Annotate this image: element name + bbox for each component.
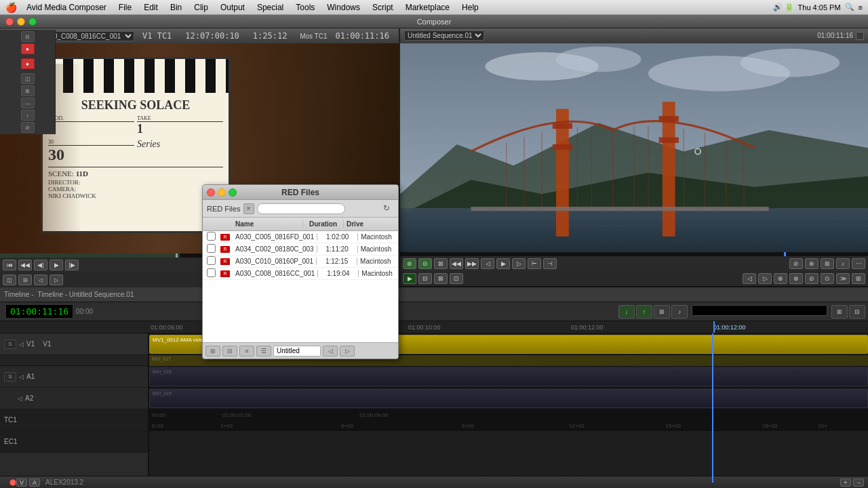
- tl-grid[interactable]: ⊞: [831, 305, 848, 319]
- dialog-name-input[interactable]: [273, 346, 321, 357]
- record-mark[interactable]: ⊢: [528, 258, 541, 269]
- rec-ctrl-7[interactable]: ⊕: [774, 273, 787, 284]
- source-jog-l[interactable]: ◫: [3, 274, 16, 285]
- file-checkbox-0[interactable]: [207, 232, 216, 241]
- source-play[interactable]: ▶: [50, 260, 63, 270]
- record-overwrite[interactable]: ⊠: [434, 258, 448, 269]
- sidebar-btn-4[interactable]: ⊞: [21, 85, 35, 96]
- sidebar-btn-6[interactable]: ↕: [21, 110, 35, 121]
- file-checkbox-3[interactable]: [207, 268, 216, 277]
- rec-ctrl-11[interactable]: ≫: [836, 273, 850, 284]
- timeline-timecode[interactable]: 01:00:11:16: [5, 304, 73, 319]
- rec-ctrl-2[interactable]: ⊟: [418, 273, 432, 284]
- rec-ctrl-3[interactable]: ⊠: [434, 273, 448, 284]
- table-row[interactable]: R A030_C008_0816CC_001 1:19:04 Macintosh: [203, 268, 398, 280]
- table-row[interactable]: R A034_C002_08180C_003 1:11:20 Macintosh: [203, 243, 398, 256]
- record-scrubber[interactable]: [400, 252, 868, 256]
- table-row[interactable]: R A030_C010_08160P_001 1:12:15 Macintosh: [203, 256, 398, 268]
- dialog-arrow-left[interactable]: ◁: [323, 346, 338, 357]
- record-step-fwd[interactable]: ▷: [512, 258, 526, 269]
- sidebar-btn-1[interactable]: ⊟: [21, 31, 35, 42]
- dialog-grid-view[interactable]: ⊞: [205, 346, 220, 357]
- source-step-back2[interactable]: ◀|: [34, 260, 47, 270]
- rec-ctrl-9[interactable]: ⊘: [805, 273, 818, 284]
- record-step-back[interactable]: ◁: [481, 258, 494, 269]
- status-btn-2[interactable]: A: [29, 479, 40, 487]
- table-row[interactable]: R A030_C005_0816FD_001 1:02:00 Macintosh: [203, 231, 398, 243]
- record-more[interactable]: ⋯: [852, 258, 865, 269]
- rec-ctrl-1[interactable]: ▶: [403, 273, 416, 284]
- menu-bin[interactable]: Bin: [165, 1, 187, 14]
- record-splice-out[interactable]: ⊖: [418, 258, 432, 269]
- rec-ctrl-6[interactable]: ▷: [758, 273, 772, 284]
- status-scroll[interactable]: →: [853, 479, 864, 487]
- a1-sync-btn[interactable]: S: [4, 372, 16, 382]
- record-rew[interactable]: ◀◀: [450, 258, 463, 269]
- record-mark2[interactable]: ⊣: [543, 258, 557, 269]
- menu-script[interactable]: Script: [367, 1, 399, 14]
- record-splice-in[interactable]: ⊕: [403, 258, 416, 269]
- rec-ctrl-5[interactable]: ◁: [743, 273, 756, 284]
- menu-clip[interactable]: Clip: [189, 1, 214, 14]
- tl-vol[interactable]: ♪: [671, 305, 688, 319]
- menu-marketplace[interactable]: Marketplace: [400, 1, 455, 14]
- record-sequence-select[interactable]: Untitled Sequence.01: [404, 30, 484, 41]
- rec-ctrl-12[interactable]: ⊞: [852, 273, 865, 284]
- source-clip-btn[interactable]: ⊟: [18, 274, 32, 285]
- dialog-list-view[interactable]: ☰: [256, 346, 271, 357]
- record-extract[interactable]: ⊗: [805, 258, 818, 269]
- record-settings[interactable]: [856, 32, 864, 40]
- file-checkbox-1[interactable]: [207, 244, 216, 253]
- maximize-button[interactable]: [28, 18, 37, 26]
- spotlight-icon[interactable]: 🔍: [845, 3, 854, 12]
- rec-ctrl-4[interactable]: ⊡: [450, 273, 463, 284]
- dialog-min-btn[interactable]: [218, 188, 226, 197]
- close-button[interactable]: [5, 18, 14, 26]
- status-btn-1[interactable]: V: [16, 479, 27, 487]
- dialog-script-view[interactable]: ≡: [239, 346, 254, 357]
- status-zoom[interactable]: +: [840, 479, 851, 487]
- record-ff[interactable]: ▶▶: [465, 258, 479, 269]
- sidebar-record-btn-2[interactable]: ●: [21, 58, 35, 69]
- record-play[interactable]: ▶: [496, 258, 510, 269]
- dialog-frame-view[interactable]: ⊟: [222, 346, 237, 357]
- rec-ctrl-10[interactable]: ⊙: [821, 273, 834, 284]
- status-close[interactable]: [9, 479, 16, 486]
- tl-volume-slider[interactable]: [692, 305, 827, 316]
- dialog-max-btn[interactable]: [229, 188, 237, 197]
- record-lift[interactable]: ⊘: [789, 258, 803, 269]
- file-checkbox-2[interactable]: [207, 256, 216, 265]
- tl-splice-in[interactable]: ↓: [618, 305, 635, 319]
- dialog-toolbar-close[interactable]: ×: [243, 203, 254, 214]
- menu-special[interactable]: Special: [252, 1, 289, 14]
- source-step-fwd[interactable]: |▶: [65, 260, 79, 270]
- rec-ctrl-8[interactable]: ⊗: [789, 273, 803, 284]
- dialog-search-input[interactable]: [257, 203, 345, 214]
- sidebar-btn-7[interactable]: ⊘: [21, 122, 35, 133]
- tl-splice-out[interactable]: ↑: [636, 305, 652, 319]
- dialog-refresh-btn[interactable]: ↻: [383, 203, 394, 214]
- menu-file[interactable]: File: [113, 1, 137, 14]
- menu-windows[interactable]: Windows: [321, 1, 366, 14]
- apple-menu[interactable]: 🍎: [5, 2, 17, 13]
- dialog-arrow-right[interactable]: ▷: [340, 346, 355, 357]
- sidebar-btn-3[interactable]: ◫: [21, 73, 35, 84]
- sidebar-btn-5[interactable]: —: [21, 98, 35, 108]
- dialog-close-btn[interactable]: [207, 188, 215, 197]
- menu-app-name[interactable]: Avid Media Composer: [21, 1, 112, 14]
- menu-help[interactable]: Help: [456, 1, 484, 14]
- menu-edit[interactable]: Edit: [138, 1, 163, 14]
- tl-more[interactable]: ⊟: [849, 305, 865, 319]
- sidebar-record-btn[interactable]: ●: [21, 43, 35, 54]
- menu-tools[interactable]: Tools: [290, 1, 320, 14]
- source-go-start[interactable]: ⏮: [3, 260, 16, 270]
- source-mark-in[interactable]: ◁: [34, 274, 47, 285]
- v1-sync-btn[interactable]: S: [4, 340, 16, 349]
- source-step-back[interactable]: ◀◀: [18, 260, 32, 270]
- notification-icon[interactable]: ≡: [859, 3, 863, 12]
- record-audio[interactable]: ♪: [836, 258, 850, 269]
- tl-overwrite[interactable]: ⊞: [654, 305, 670, 319]
- minimize-button[interactable]: [17, 18, 25, 26]
- source-mark-out[interactable]: ▷: [50, 274, 63, 285]
- record-match-frame[interactable]: ⊞: [821, 258, 834, 269]
